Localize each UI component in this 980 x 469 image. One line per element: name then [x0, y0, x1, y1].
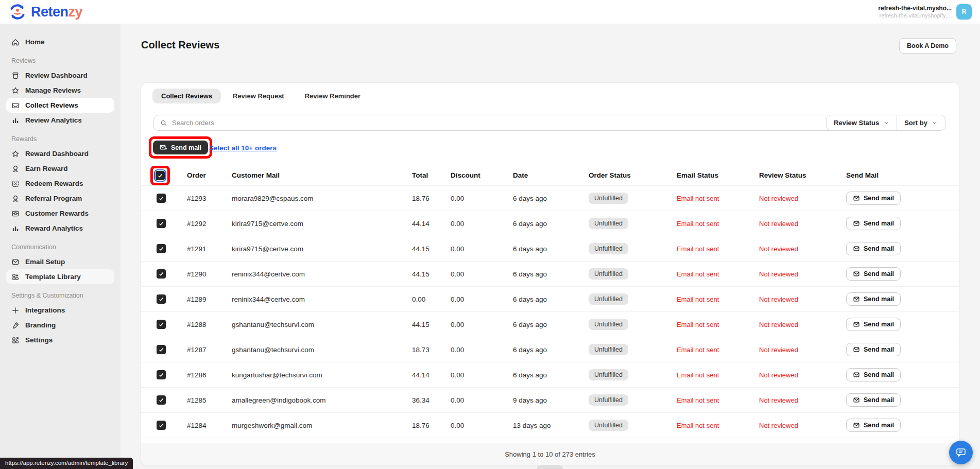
total-cell: 18.76 — [412, 422, 451, 429]
row-checkbox[interactable] — [157, 269, 166, 279]
retenzy-logo[interactable]: Retenzy — [8, 3, 82, 21]
column-header-customer-mail: Customer Mail — [232, 171, 412, 179]
sidebar-item-collect-reviews[interactable]: Collect Reviews — [6, 98, 114, 113]
send-mail-cell: Send mail — [846, 217, 943, 230]
select-all-checkbox[interactable] — [156, 171, 165, 180]
sidebar: HomeReviewsReview DashboardManage Review… — [0, 24, 121, 469]
sidebar-item-review-dashboard[interactable]: Review Dashboard — [6, 68, 114, 83]
row-checkbox[interactable] — [157, 244, 166, 253]
row-checkbox[interactable] — [157, 345, 166, 354]
row-send-mail-label: Send mail — [864, 371, 894, 378]
order-status-cell: Unfulfilled — [589, 193, 677, 204]
envelope-icon — [853, 371, 860, 378]
row-send-mail-button[interactable]: Send mail — [846, 368, 901, 381]
sidebar-item-label: Home — [25, 38, 45, 46]
review-status-filter-label: Review Status — [834, 119, 879, 127]
star-icon — [11, 86, 20, 95]
row-checkbox[interactable] — [157, 370, 166, 379]
customer-mail-cell: amallegreen@indigobook.com — [232, 396, 412, 404]
row-checkbox-cell — [157, 244, 187, 253]
sidebar-item-earn-reward[interactable]: Earn Reward — [6, 161, 114, 176]
row-checkbox-cell — [157, 345, 187, 354]
row-checkbox[interactable] — [157, 421, 166, 430]
column-header-order-status: Order Status — [589, 171, 677, 179]
sidebar-section-title: Rewards — [6, 128, 114, 146]
review-status-cell: Not reviewed — [759, 270, 846, 278]
row-checkbox[interactable] — [157, 294, 166, 304]
row-send-mail-button[interactable]: Send mail — [846, 419, 901, 432]
sidebar-item-home[interactable]: Home — [6, 34, 114, 49]
checkbox-annotation-box — [150, 166, 170, 185]
order-status-cell: Unfulfilled — [589, 293, 677, 305]
row-send-mail-button[interactable]: Send mail — [846, 318, 901, 331]
tab-review-request[interactable]: Review Request — [224, 89, 293, 103]
account-menu[interactable]: refresh-the-vital.mysho... refresh-the-v… — [878, 4, 972, 20]
sidebar-item-redeem-rewards[interactable]: Redeem Rewards — [6, 176, 114, 191]
sidebar-item-integrations[interactable]: Integrations — [6, 303, 114, 318]
row-send-mail-button[interactable]: Send mail — [846, 393, 901, 407]
medal-icon — [11, 165, 20, 173]
order-status-badge: Unfulfilled — [589, 319, 628, 330]
row-send-mail-button[interactable]: Send mail — [846, 292, 901, 306]
search-bar — [153, 115, 838, 131]
sidebar-item-reward-dashboard[interactable]: Reward Dashboard — [6, 146, 114, 161]
row-checkbox[interactable] — [157, 219, 166, 228]
total-cell: 44.15 — [412, 245, 451, 253]
column-header-date: Date — [513, 171, 589, 179]
row-send-mail-button[interactable]: Send mail — [846, 242, 901, 255]
sidebar-item-branding[interactable]: Branding — [6, 318, 114, 333]
row-send-mail-label: Send mail — [864, 346, 894, 353]
customer-mail-cell: gshantanu@techsurvi.com — [232, 321, 412, 328]
send-mail-cell: Send mail — [846, 318, 943, 331]
discount-cell: 0.00 — [451, 270, 513, 278]
sidebar-item-referral-program[interactable]: Referral Program — [6, 191, 114, 206]
row-checkbox[interactable] — [157, 194, 166, 203]
sidebar-item-settings[interactable]: Settings — [6, 333, 114, 348]
customer-mail-cell: morara9829@cspaus.com — [232, 195, 412, 202]
row-send-mail-label: Send mail — [864, 270, 894, 277]
search-input[interactable] — [172, 119, 832, 127]
envelope-icon — [853, 396, 860, 404]
pagination-button[interactable] — [537, 465, 563, 469]
row-send-mail-button[interactable]: Send mail — [846, 343, 901, 356]
date-cell: 6 days ago — [513, 296, 589, 303]
row-checkbox[interactable] — [157, 395, 166, 405]
send-mail-cell: Send mail — [846, 419, 943, 432]
chat-widget-button[interactable] — [949, 441, 973, 464]
review-status-filter[interactable]: Review Status — [827, 115, 897, 130]
bulk-send-mail-button[interactable]: Send mail — [153, 141, 208, 154]
avatar[interactable]: R — [956, 4, 972, 20]
book-a-demo-button[interactable]: Book A Demo — [899, 38, 956, 54]
select-all-orders-link[interactable]: Select all 10+ orders — [209, 144, 277, 152]
email-status-cell: Email not sent — [677, 270, 759, 278]
sidebar-item-email-setup[interactable]: Email Setup — [6, 254, 114, 269]
sort-by-filter[interactable]: Sort by — [897, 115, 945, 130]
tab-review-reminder[interactable]: Review Reminder — [296, 89, 369, 103]
row-checkbox[interactable] — [157, 320, 166, 329]
sidebar-item-label: Reward Analytics — [25, 224, 83, 232]
total-cell: 44.14 — [412, 220, 451, 228]
sidebar-item-reward-analytics[interactable]: Reward Analytics — [6, 221, 114, 236]
sidebar-item-label: Review Dashboard — [25, 72, 88, 79]
table-header-row: OrderCustomer MailTotalDiscountDateOrder… — [141, 165, 959, 186]
sidebar-item-review-analytics[interactable]: Review Analytics — [6, 113, 114, 128]
row-checkbox-cell — [157, 294, 187, 304]
percent-icon — [11, 180, 20, 188]
row-send-mail-label: Send mail — [864, 296, 894, 303]
order-status-cell: Unfulfilled — [589, 420, 677, 431]
dashboard-icon — [11, 72, 20, 80]
sidebar-item-customer-rewards[interactable]: Customer Rewards — [6, 206, 114, 221]
review-status-cell: Not reviewed — [759, 195, 846, 202]
row-checkbox-cell — [157, 269, 187, 279]
row-send-mail-button[interactable]: Send mail — [846, 217, 901, 230]
date-cell: 6 days ago — [513, 321, 589, 328]
select-all-checkbox-cell — [157, 166, 187, 185]
sidebar-section-title: Settings & Customization — [6, 284, 114, 303]
tab-collect-reviews[interactable]: Collect Reviews — [152, 89, 221, 103]
row-send-mail-button[interactable]: Send mail — [846, 267, 901, 281]
order-status-badge: Unfulfilled — [589, 293, 628, 305]
row-send-mail-button[interactable]: Send mail — [846, 192, 901, 205]
sidebar-item-template-library[interactable]: Template Library — [6, 269, 114, 284]
date-cell: 6 days ago — [513, 371, 589, 379]
sidebar-item-manage-reviews[interactable]: Manage Reviews — [6, 83, 114, 98]
